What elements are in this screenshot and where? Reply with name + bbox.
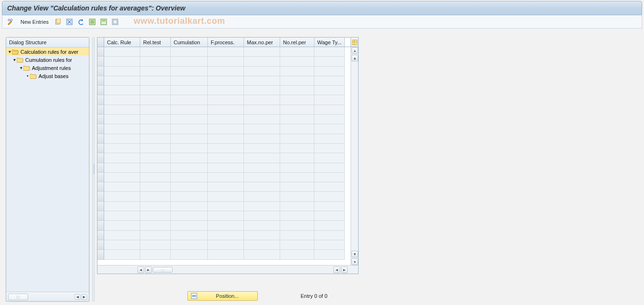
grid-cell[interactable] <box>208 115 244 124</box>
table-row[interactable] <box>98 95 351 105</box>
grid-cell[interactable] <box>314 67 345 76</box>
grid-cell[interactable] <box>104 240 140 250</box>
grid-cell[interactable] <box>171 163 208 173</box>
grid-cell[interactable] <box>171 67 208 76</box>
grid-cell[interactable] <box>314 115 345 124</box>
table-row[interactable] <box>98 76 351 86</box>
grid-cell[interactable] <box>280 76 314 86</box>
grid-cell[interactable] <box>314 221 345 230</box>
grid-cell[interactable] <box>104 182 140 192</box>
grid-cell[interactable] <box>208 144 244 153</box>
hscroll-left-button[interactable]: ◄ <box>137 266 144 273</box>
table-row[interactable] <box>98 211 351 221</box>
grid-cell[interactable] <box>140 134 171 144</box>
row-selector[interactable] <box>98 231 104 240</box>
grid-cell[interactable] <box>280 105 314 115</box>
grid-cell[interactable] <box>140 47 171 57</box>
new-entries-button[interactable]: New Entries <box>18 18 51 26</box>
grid-cell[interactable] <box>104 86 140 95</box>
grid-cell[interactable] <box>314 124 345 134</box>
table-row[interactable] <box>98 250 351 259</box>
grid-cell[interactable] <box>244 115 280 124</box>
tree-node-calculation-rules[interactable]: ▾ Calculation rules for aver <box>6 48 89 56</box>
grid-cell[interactable] <box>104 250 140 259</box>
grid-cell[interactable] <box>104 134 140 144</box>
grid-cell[interactable] <box>244 221 280 230</box>
grid-cell[interactable] <box>104 231 140 240</box>
grid-cell[interactable] <box>208 250 244 259</box>
grid-cell[interactable] <box>208 76 244 86</box>
grid-cell[interactable] <box>280 124 314 134</box>
row-selector[interactable] <box>98 240 104 250</box>
grid-cell[interactable] <box>244 144 280 153</box>
grid-cell[interactable] <box>171 240 208 250</box>
grid-cell[interactable] <box>314 163 345 173</box>
grid-cell[interactable] <box>314 231 345 240</box>
grid-cell[interactable] <box>171 47 208 57</box>
expand-collapse-icon[interactable]: ▾ <box>7 49 12 54</box>
grid-cell[interactable] <box>208 163 244 173</box>
table-row[interactable] <box>98 57 351 66</box>
sidebar-scroll-left-button[interactable]: ◄ <box>75 294 80 300</box>
grid-cell[interactable] <box>280 211 314 221</box>
grid-cell[interactable] <box>171 86 208 95</box>
row-selector[interactable] <box>98 163 104 173</box>
grid-cell[interactable] <box>104 57 140 66</box>
grid-cell[interactable] <box>244 105 280 115</box>
grid-cell[interactable] <box>171 182 208 192</box>
row-selector[interactable] <box>98 134 104 144</box>
grid-cell[interactable] <box>244 182 280 192</box>
table-row[interactable] <box>98 240 351 250</box>
grid-cell[interactable] <box>314 182 345 192</box>
grid-cell[interactable] <box>171 173 208 182</box>
table-row[interactable] <box>98 47 351 57</box>
grid-cell[interactable] <box>314 240 345 250</box>
grid-cell[interactable] <box>244 202 280 211</box>
table-row[interactable] <box>98 86 351 95</box>
grid-cell[interactable] <box>171 221 208 230</box>
grid-cell[interactable] <box>140 153 171 163</box>
table-row[interactable] <box>98 153 351 163</box>
grid-select-all-corner[interactable] <box>98 38 104 47</box>
grid-cell[interactable] <box>140 95 171 105</box>
row-selector[interactable] <box>98 115 104 124</box>
grid-cell[interactable] <box>140 144 171 153</box>
table-row[interactable] <box>98 105 351 115</box>
grid-cell[interactable] <box>208 192 244 201</box>
deselect-all-button[interactable] <box>110 17 120 27</box>
grid-cell[interactable] <box>104 124 140 134</box>
table-row[interactable] <box>98 134 351 144</box>
row-selector[interactable] <box>98 57 104 66</box>
grid-cell[interactable] <box>244 192 280 201</box>
grid-cell[interactable] <box>104 105 140 115</box>
grid-cell[interactable] <box>140 221 171 230</box>
row-selector[interactable] <box>98 95 104 105</box>
grid-cell[interactable] <box>171 144 208 153</box>
table-row[interactable] <box>98 182 351 192</box>
grid-cell[interactable] <box>208 221 244 230</box>
row-selector[interactable] <box>98 211 104 221</box>
grid-cell[interactable] <box>171 211 208 221</box>
grid-cell[interactable] <box>208 240 244 250</box>
grid-cell[interactable] <box>171 76 208 86</box>
grid-cell[interactable] <box>280 240 314 250</box>
table-row[interactable] <box>98 124 351 134</box>
grid-cell[interactable] <box>280 173 314 182</box>
grid-cell[interactable] <box>208 173 244 182</box>
column-header[interactable]: Calc. Rule <box>104 38 140 47</box>
grid-cell[interactable] <box>104 47 140 57</box>
column-header[interactable]: No.rel.per <box>280 38 314 47</box>
row-selector[interactable] <box>98 182 104 192</box>
row-selector[interactable] <box>98 86 104 95</box>
grid-cell[interactable] <box>171 153 208 163</box>
grid-cell[interactable] <box>244 124 280 134</box>
grid-cell[interactable] <box>244 134 280 144</box>
grid-cell[interactable] <box>244 95 280 105</box>
grid-cell[interactable] <box>171 57 208 66</box>
grid-cell[interactable] <box>104 202 140 211</box>
scroll-down-button[interactable]: ▼ <box>351 251 358 257</box>
grid-cell[interactable] <box>280 192 314 201</box>
grid-cell[interactable] <box>208 47 244 57</box>
grid-cell[interactable] <box>208 202 244 211</box>
row-selector[interactable] <box>98 192 104 201</box>
